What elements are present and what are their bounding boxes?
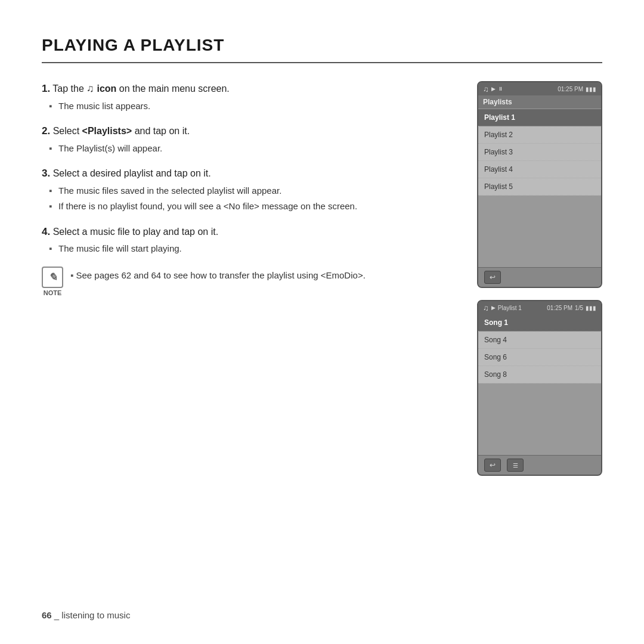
note-icon-container: ✎ NOTE xyxy=(42,267,63,296)
device-1-play-icon: ▶ xyxy=(491,86,496,92)
device-2-item-1[interactable]: Song 4 xyxy=(478,332,601,349)
device-2-item-3[interactable]: Song 8 xyxy=(478,366,601,383)
step-4-number: 4. xyxy=(42,226,50,237)
device-2-play-icon: ▶ xyxy=(491,305,496,311)
device-2-statusbar: ♫ ▶ Playlist 1 01:25 PM 1/5 ▮▮▮ xyxy=(478,301,601,314)
step-2-text: Select <Playlists> and tap on it. xyxy=(53,126,190,136)
step-1-number: 1. xyxy=(42,83,50,94)
device-1-statusbar: ♫ ▶ ⏸ 01:25 PM ▮▮▮ xyxy=(478,82,601,95)
device-2-count: 1/5 xyxy=(575,305,583,311)
page-footer: 66 _ listening to music xyxy=(42,610,130,620)
device-2-footer: ↩ ☰ xyxy=(478,455,601,475)
instructions: 1. Tap the ♫ icon on the main menu scree… xyxy=(42,81,453,476)
device-1-item-3[interactable]: Playlist 4 xyxy=(478,161,601,178)
device-1-header: Playlists xyxy=(478,95,601,109)
note-text: See pages 62 and 64 to see how to transf… xyxy=(70,269,366,283)
step-3-bullet-2: If there is no playlist found, you will … xyxy=(58,200,453,213)
device-1-statusbar-right: 01:25 PM ▮▮▮ xyxy=(558,86,596,92)
note-label: NOTE xyxy=(44,289,62,296)
device-1-pause-icon: ⏸ xyxy=(498,86,503,92)
device-1-footer: ↩ xyxy=(478,267,601,287)
step-4-bullet-1: The music file will start playing. xyxy=(58,242,453,256)
device-1-statusbar-left: ♫ ▶ ⏸ xyxy=(483,85,503,94)
music-icon: ♫ xyxy=(86,83,94,94)
device-1-music-icon: ♫ xyxy=(483,85,489,94)
step-1-text-after: icon on the main menu screen. xyxy=(97,83,229,94)
step-2: 2. Select <Playlists> and tap on it. The… xyxy=(42,123,453,155)
step-4-text: Select a music file to play and tap on i… xyxy=(53,227,218,237)
device-1-back-btn[interactable]: ↩ xyxy=(484,271,501,284)
device-2-statusbar-right: 01:25 PM 1/5 ▮▮▮ xyxy=(547,305,596,311)
device-2-back-btn[interactable]: ↩ xyxy=(484,459,501,472)
step-3: 3. Select a desired playlist and tap on … xyxy=(42,166,453,213)
device-2-list: Song 1 Song 4 Song 6 Song 8 xyxy=(478,314,601,383)
step-2-number: 2. xyxy=(42,125,50,137)
device-2-statusbar-left: ♫ ▶ Playlist 1 xyxy=(483,304,522,312)
step-3-text: Select a desired playlist and tap on it. xyxy=(53,168,211,178)
note-section: ✎ NOTE See pages 62 and 64 to see how to… xyxy=(42,267,453,296)
page-title: PLAYING A PLAYLIST xyxy=(42,36,602,63)
device-2-statusbar-title: Playlist 1 xyxy=(498,305,522,311)
note-icon: ✎ xyxy=(42,267,63,288)
device-2-time: 01:25 PM xyxy=(547,305,572,311)
step-1-text-before: Tap the xyxy=(52,83,86,94)
page-footer-text: _ listening to music xyxy=(54,610,131,620)
page-container: PLAYING A PLAYLIST 1. Tap the ♫ icon on … xyxy=(0,0,644,500)
step-4: 4. Select a music file to play and tap o… xyxy=(42,224,453,256)
page-number: 66 xyxy=(42,610,52,620)
device-1-item-1[interactable]: Playlist 2 xyxy=(478,126,601,144)
device-screenshots: ♫ ▶ ⏸ 01:25 PM ▮▮▮ Playlists Playlist 1 … xyxy=(477,81,602,476)
device-2-music-icon: ♫ xyxy=(483,304,489,312)
device-2: ♫ ▶ Playlist 1 01:25 PM 1/5 ▮▮▮ Song 1 S… xyxy=(477,300,602,476)
device-1-time: 01:25 PM xyxy=(558,86,583,92)
device-2-battery: ▮▮▮ xyxy=(586,305,596,311)
device-2-body xyxy=(478,383,601,455)
content-area: 1. Tap the ♫ icon on the main menu scree… xyxy=(42,81,602,476)
step-1-bullet-1: The music list appears. xyxy=(58,100,453,113)
device-2-menu-btn[interactable]: ☰ xyxy=(507,459,524,472)
note-bullet: See pages 62 and 64 to see how to transf… xyxy=(70,270,366,280)
device-1-body xyxy=(478,196,601,267)
step-3-number: 3. xyxy=(42,168,50,179)
device-1-list: Playlist 1 Playlist 2 Playlist 3 Playlis… xyxy=(478,109,601,196)
device-1-battery: ▮▮▮ xyxy=(586,86,596,92)
device-2-item-2[interactable]: Song 6 xyxy=(478,349,601,366)
step-3-bullet-1: The music files saved in the selected pl… xyxy=(58,184,453,198)
device-1-item-4[interactable]: Playlist 5 xyxy=(478,178,601,196)
step-1: 1. Tap the ♫ icon on the main menu scree… xyxy=(42,81,453,113)
device-1-item-0[interactable]: Playlist 1 xyxy=(478,109,601,126)
step-2-bullet-1: The Playlist(s) will appear. xyxy=(58,142,453,156)
device-2-item-0[interactable]: Song 1 xyxy=(478,314,601,332)
device-1: ♫ ▶ ⏸ 01:25 PM ▮▮▮ Playlists Playlist 1 … xyxy=(477,81,602,288)
device-1-item-2[interactable]: Playlist 3 xyxy=(478,144,601,161)
